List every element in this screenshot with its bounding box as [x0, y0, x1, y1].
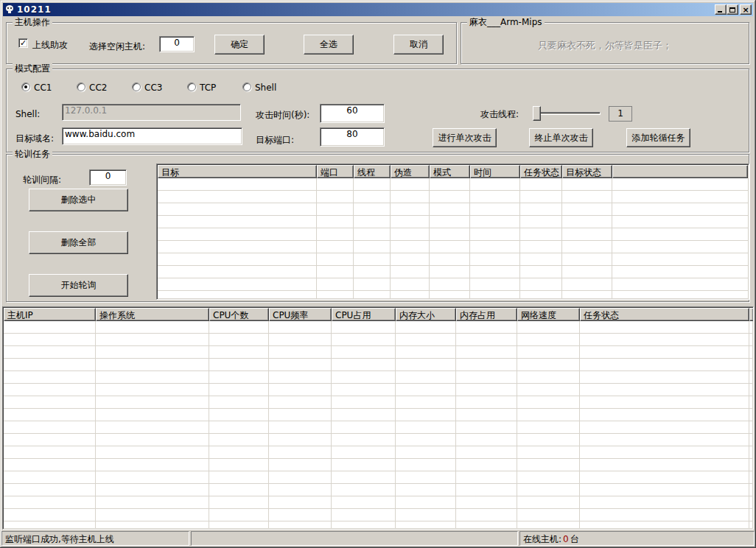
- radio-cc2[interactable]: [77, 82, 85, 91]
- target-port-label: 目标端口:: [256, 134, 294, 147]
- shell-input[interactable]: 127.0.0.1: [62, 104, 241, 121]
- thread-slider-track[interactable]: [533, 112, 601, 115]
- radio-cc1[interactable]: [21, 82, 30, 91]
- banner-motto: 只要麻衣不死，尔等皆是臣子；: [461, 39, 749, 52]
- radio-tcp-label[interactable]: TCP: [200, 82, 216, 93]
- thread-slider-thumb[interactable]: [533, 106, 541, 121]
- group-mode-config: 模式配置 CC1 CC2 CC3 TCP Shell Shell: 127.0.…: [6, 68, 749, 152]
- task-col-port[interactable]: 端口: [317, 165, 354, 178]
- hosts-col-os[interactable]: 操作系统: [96, 308, 209, 321]
- task-col-filler: [612, 165, 748, 178]
- poll-interval-label: 轮训间隔:: [23, 174, 61, 186]
- minimize-icon: [718, 11, 722, 13]
- target-domain-input[interactable]: www.baidu.com: [62, 127, 242, 145]
- attack-time-input[interactable]: 60: [320, 104, 385, 123]
- shell-label: Shell:: [15, 109, 40, 119]
- task-col-target[interactable]: 目标: [158, 165, 317, 178]
- check-icon: ✓: [20, 39, 27, 47]
- target-port-input[interactable]: 80: [320, 127, 385, 147]
- cancel-button[interactable]: 取消: [393, 35, 444, 55]
- task-col-time[interactable]: 时间: [470, 165, 520, 178]
- group-loop-tasks: 轮训任务 轮训间隔: 0 删除选中 删除全部 开始轮询 目标 端口 线程 伪造 …: [6, 154, 749, 302]
- idle-host-label: 选择空闲主机:: [89, 41, 145, 53]
- online-hosts-unit: 台: [570, 534, 579, 544]
- poll-interval-input[interactable]: 0: [89, 169, 127, 186]
- radio-cc1-label[interactable]: CC1: [34, 82, 52, 93]
- confirm-button[interactable]: 确定: [214, 35, 265, 55]
- task-col-spoof[interactable]: 伪造: [391, 165, 430, 178]
- hosts-col-mem-size[interactable]: 内存大小: [396, 308, 456, 321]
- hosts-list-body[interactable]: [4, 321, 752, 528]
- hosts-col-cpu-usage[interactable]: CPU占用: [332, 308, 396, 321]
- hosts-col-mem-usage[interactable]: 内存占用: [456, 308, 517, 321]
- status-online-panel: 在线主机:0台: [519, 531, 755, 546]
- task-col-mode[interactable]: 模式: [430, 165, 470, 178]
- group-banner: 麻衣___Arm-Mips 只要麻衣不死，尔等皆是臣子；: [461, 22, 749, 64]
- start-poll-button[interactable]: 开始轮询: [29, 274, 128, 297]
- select-all-button[interactable]: 全选: [304, 35, 354, 55]
- task-list-header: 目标 端口 线程 伪造 模式 时间 任务状态 目标状态: [158, 165, 748, 178]
- radio-cc3[interactable]: [132, 82, 141, 91]
- group-host-operations-label: 主机操作: [13, 17, 52, 27]
- maximize-button[interactable]: [727, 4, 738, 15]
- hosts-list[interactable]: 主机IP 操作系统 CPU个数 CPU频率 CPU占用 内存大小 内存占用 网络…: [2, 306, 754, 530]
- online-hosts-count: 0: [561, 534, 570, 544]
- radio-cc3-label[interactable]: CC3: [144, 82, 162, 93]
- attack-thread-label: 攻击线程:: [480, 108, 519, 121]
- app-window: 10211 × 主机操作 ✓ 上线助攻 选择空闲主机: 0 确定 全选 取消 麻…: [0, 0, 756, 548]
- assist-checkbox-label[interactable]: 上线助攻: [32, 39, 68, 52]
- group-mode-config-label: 模式配置: [13, 63, 52, 74]
- attack-time-label: 攻击时间(秒):: [256, 109, 309, 122]
- single-attack-button[interactable]: 进行单次攻击: [433, 128, 497, 147]
- radio-shell-label[interactable]: Shell: [255, 82, 276, 93]
- maximize-icon: [729, 7, 735, 13]
- hosts-col-net-speed[interactable]: 网络速度: [517, 308, 580, 321]
- task-col-target-status[interactable]: 目标状态: [562, 165, 612, 178]
- hosts-col-cpu-freq[interactable]: CPU频率: [269, 308, 332, 321]
- hosts-col-task-status[interactable]: 任务状态: [580, 308, 749, 321]
- status-message: 监听端口成功,等待主机上线: [1, 531, 189, 546]
- radio-dot-icon: [24, 85, 27, 88]
- group-banner-label: 麻衣___Arm-Mips: [467, 17, 545, 27]
- title-bar[interactable]: 10211 ×: [3, 3, 753, 16]
- delete-selected-button[interactable]: 删除选中: [29, 189, 128, 211]
- stop-attack-button[interactable]: 终止单次攻击: [529, 128, 593, 147]
- task-list[interactable]: 目标 端口 线程 伪造 模式 时间 任务状态 目标状态: [156, 164, 749, 300]
- add-loop-task-button[interactable]: 添加轮循任务: [626, 128, 690, 147]
- task-col-task-status[interactable]: 任务状态: [520, 165, 562, 178]
- assist-checkbox[interactable]: ✓: [18, 38, 28, 48]
- group-loop-tasks-label: 轮训任务: [13, 149, 52, 159]
- minimize-button[interactable]: [715, 4, 727, 15]
- radio-cc2-label[interactable]: CC2: [89, 82, 107, 93]
- hosts-col-cpu-count[interactable]: CPU个数: [209, 308, 269, 321]
- online-hosts-label: 在线主机:: [523, 534, 561, 544]
- skull-icon: [4, 4, 15, 15]
- idle-host-input[interactable]: 0: [159, 36, 195, 52]
- delete-all-button[interactable]: 删除全部: [29, 231, 128, 254]
- thread-value-box: 1: [609, 106, 632, 122]
- target-domain-label: 目标域名:: [15, 133, 54, 145]
- radio-tcp[interactable]: [187, 82, 196, 91]
- hosts-col-ip[interactable]: 主机IP: [4, 308, 96, 321]
- task-col-threads[interactable]: 线程: [354, 165, 391, 178]
- hosts-list-header: 主机IP 操作系统 CPU个数 CPU频率 CPU占用 内存大小 内存占用 网络…: [4, 308, 752, 321]
- close-button[interactable]: ×: [740, 4, 752, 15]
- hosts-col-filler: [749, 308, 754, 321]
- radio-shell[interactable]: [242, 82, 251, 91]
- status-bar: 监听端口成功,等待主机上线 在线主机:0台: [1, 531, 755, 547]
- group-host-operations: 主机操作 ✓ 上线助攻 选择空闲主机: 0 确定 全选 取消: [6, 22, 457, 64]
- status-panel-middle: [191, 531, 518, 546]
- task-list-body[interactable]: [158, 178, 748, 298]
- window-title: 10211: [17, 4, 52, 15]
- close-icon: ×: [742, 6, 749, 14]
